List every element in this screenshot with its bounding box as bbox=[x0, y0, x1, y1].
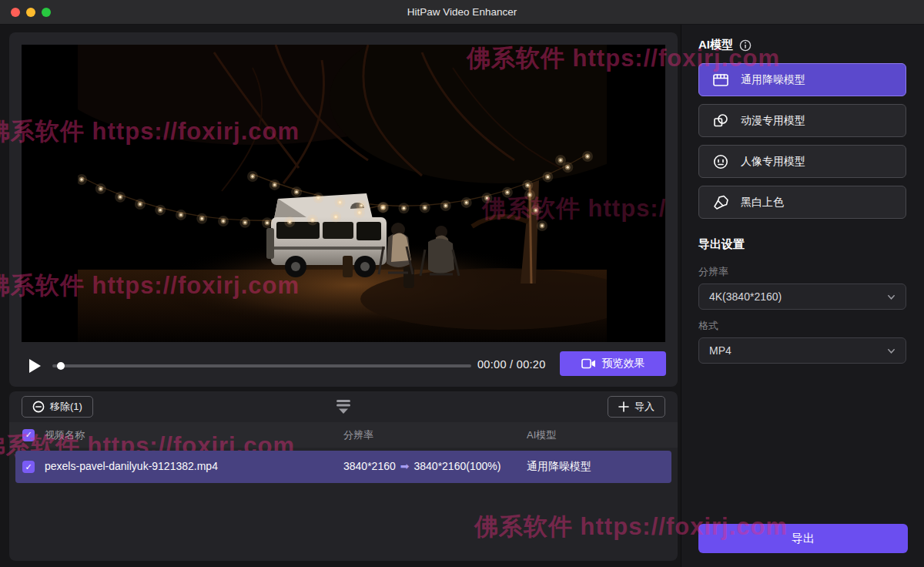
info-icon[interactable] bbox=[739, 39, 752, 52]
paint-brush-icon bbox=[712, 195, 729, 210]
list-header-row: ✓ 视频名称 分辨率 AI模型 bbox=[9, 422, 678, 448]
row-file-name: pexels-pavel-danilyuk-9121382.mp4 bbox=[45, 460, 218, 472]
table-row[interactable]: ✓ pexels-pavel-danilyuk-9121382.mp4 3840… bbox=[15, 451, 671, 483]
chevron-down-icon bbox=[887, 293, 896, 301]
player-controls: 00:00 / 00:20 预览效果 bbox=[9, 342, 678, 387]
resolution-select[interactable]: 4K(3840*2160) bbox=[698, 284, 906, 310]
film-icon bbox=[712, 72, 729, 88]
seek-slider-thumb[interactable] bbox=[57, 362, 65, 370]
model-button-anime[interactable]: 动漫专用模型 bbox=[698, 104, 906, 137]
model-button-general-denoise[interactable]: 通用降噪模型 bbox=[698, 63, 906, 96]
anime-shapes-icon bbox=[712, 113, 729, 129]
collapse-list-icon[interactable] bbox=[334, 398, 353, 415]
face-icon bbox=[712, 154, 729, 169]
settings-sidebar: AI模型 通用降噪模型 动漫专用模型 人像专用模型 bbox=[681, 25, 924, 567]
remove-button[interactable]: 移除(1) bbox=[22, 396, 93, 418]
model-button-portrait[interactable]: 人像专用模型 bbox=[698, 145, 906, 178]
row-model: 通用降噪模型 bbox=[527, 460, 591, 474]
format-select[interactable]: MP4 bbox=[698, 337, 906, 364]
column-header-resolution: 分辨率 bbox=[343, 428, 373, 442]
resolution-label: 分辨率 bbox=[698, 265, 728, 279]
format-label: 格式 bbox=[698, 319, 718, 333]
seek-slider[interactable] bbox=[52, 364, 471, 367]
model-button-colorize[interactable]: 黑白上色 bbox=[698, 186, 906, 219]
row-resolution: 3840*2160➡3840*2160(100%) bbox=[343, 460, 500, 472]
minus-circle-icon bbox=[32, 401, 45, 413]
import-button[interactable]: 导入 bbox=[608, 396, 665, 418]
column-header-name: 视频名称 bbox=[45, 428, 85, 442]
export-button[interactable]: 导出 bbox=[698, 524, 908, 553]
row-checkbox[interactable]: ✓ bbox=[22, 461, 35, 473]
video-camera-icon bbox=[581, 358, 596, 369]
camper-van bbox=[266, 193, 387, 277]
select-all-checkbox[interactable]: ✓ bbox=[22, 429, 35, 441]
file-list-panel: 移除(1) 导入 ✓ 视频名称 分辨率 AI模型 ✓ pexels-pavel-… bbox=[9, 391, 678, 561]
ai-model-section-title: AI模型 bbox=[698, 38, 752, 52]
play-icon bbox=[29, 359, 41, 373]
time-display: 00:00 / 00:20 bbox=[477, 358, 557, 371]
video-still-camping-scene bbox=[22, 45, 665, 342]
chevron-down-icon bbox=[887, 347, 896, 355]
plus-icon bbox=[618, 401, 629, 412]
arrow-right-icon: ➡ bbox=[396, 460, 414, 472]
video-frame: 佛系软件 https://foxirj.com bbox=[22, 45, 665, 342]
video-preview-panel: 佛系软件 https://foxirj.com 00:00 / 00:20 预览… bbox=[9, 32, 678, 387]
title-bar: HitPaw Video Enhancer bbox=[0, 0, 924, 25]
play-button[interactable] bbox=[26, 357, 43, 374]
window-title: HitPaw Video Enhancer bbox=[0, 6, 924, 18]
export-settings-title: 导出设置 bbox=[698, 237, 745, 252]
column-header-model: AI模型 bbox=[527, 428, 556, 442]
preview-effect-button[interactable]: 预览效果 bbox=[560, 351, 666, 376]
